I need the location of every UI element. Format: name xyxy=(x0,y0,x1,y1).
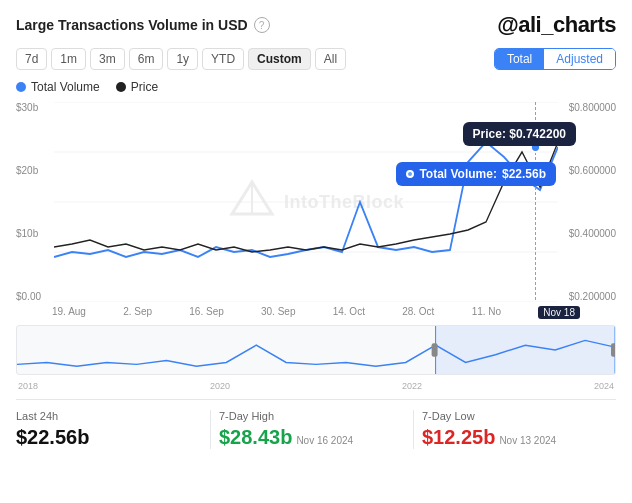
info-icon[interactable]: ? xyxy=(254,17,270,33)
time-btn-1y[interactable]: 1y xyxy=(167,48,198,70)
year-label-2: 2022 xyxy=(402,381,422,391)
time-btn-custom[interactable]: Custom xyxy=(248,48,311,70)
stat-7day-high: 7-Day High $28.43b Nov 16 2024 xyxy=(211,410,414,449)
year-label-1: 2020 xyxy=(210,381,230,391)
svg-rect-15 xyxy=(611,343,615,356)
x-label-2: 16. Sep xyxy=(189,306,223,319)
stat-label-2: 7-Day Low xyxy=(422,410,608,422)
time-controls: 7d 1m 3m 6m 1y YTD Custom All Total Adju… xyxy=(16,48,616,70)
stat-label-1: 7-Day High xyxy=(219,410,405,422)
x-label-1: 2. Sep xyxy=(123,306,152,319)
stat-value-0: $22.56b xyxy=(16,426,89,449)
time-btn-3m[interactable]: 3m xyxy=(90,48,125,70)
time-buttons-group: 7d 1m 3m 6m 1y YTD Custom All xyxy=(16,48,346,70)
stat-value-row-0: $22.56b xyxy=(16,426,202,449)
tooltip-volume: Total Volume: $22.56b xyxy=(396,162,556,186)
time-btn-1m[interactable]: 1m xyxy=(51,48,86,70)
view-toggle: Total Adjusted xyxy=(494,48,616,70)
stat-7day-low: 7-Day Low $12.25b Nov 13 2024 xyxy=(414,410,616,449)
mini-chart-svg xyxy=(17,326,615,374)
tooltip-volume-label: Total Volume: xyxy=(419,167,497,181)
stat-value-2: $12.25b xyxy=(422,426,495,449)
year-label-0: 2018 xyxy=(18,381,38,391)
mini-year-labels: 2018 2020 2022 2024 xyxy=(16,381,616,391)
tooltip-price-value: $0.742200 xyxy=(509,127,566,141)
tooltip-price-label: Price: xyxy=(473,127,506,141)
main-container: Large Transactions Volume in USD ? @ali_… xyxy=(0,0,632,459)
tooltip-volume-value: $22.56b xyxy=(502,167,546,181)
title-area: Large Transactions Volume in USD ? xyxy=(16,17,270,33)
stat-label-0: Last 24h xyxy=(16,410,202,422)
stat-date-1: Nov 16 2024 xyxy=(296,435,353,446)
x-label-4: 14. Oct xyxy=(333,306,365,319)
stats-row: Last 24h $22.56b 7-Day High $28.43b Nov … xyxy=(16,399,616,449)
mini-chart-area[interactable] xyxy=(16,325,616,375)
legend: Total Volume Price xyxy=(16,80,616,94)
tooltip-volume-dot xyxy=(406,170,414,178)
x-axis: 19. Aug 2. Sep 16. Sep 30. Sep 14. Oct 2… xyxy=(16,306,616,319)
stat-value-row-2: $12.25b Nov 13 2024 xyxy=(422,426,608,449)
watermark-text: @ali_charts xyxy=(497,12,616,38)
year-label-3: 2024 xyxy=(594,381,614,391)
svg-rect-11 xyxy=(436,326,615,374)
x-label-3: 30. Sep xyxy=(261,306,295,319)
legend-dot-volume xyxy=(16,82,26,92)
time-btn-6m[interactable]: 6m xyxy=(129,48,164,70)
main-chart-area: IntoTheBlock $30b $20b $10b $0.00 $0.800… xyxy=(16,102,616,302)
time-btn-ytd[interactable]: YTD xyxy=(202,48,244,70)
chart-title: Large Transactions Volume in USD xyxy=(16,17,248,33)
stat-value-row-1: $28.43b Nov 16 2024 xyxy=(219,426,405,449)
x-label-7: Nov 18 xyxy=(538,306,580,319)
time-btn-7d[interactable]: 7d xyxy=(16,48,47,70)
view-toggle-total[interactable]: Total xyxy=(495,49,544,69)
stat-last24h: Last 24h $22.56b xyxy=(16,410,211,449)
x-label-0: 19. Aug xyxy=(52,306,86,319)
x-label-5: 28. Oct xyxy=(402,306,434,319)
stat-value-1: $28.43b xyxy=(219,426,292,449)
legend-label-volume: Total Volume xyxy=(31,80,100,94)
legend-total-volume: Total Volume xyxy=(16,80,100,94)
legend-price: Price xyxy=(116,80,158,94)
header-row: Large Transactions Volume in USD ? @ali_… xyxy=(16,12,616,38)
stat-date-2: Nov 13 2024 xyxy=(499,435,556,446)
time-btn-all[interactable]: All xyxy=(315,48,346,70)
legend-label-price: Price xyxy=(131,80,158,94)
legend-dot-price xyxy=(116,82,126,92)
svg-rect-14 xyxy=(432,343,438,356)
view-toggle-adjusted[interactable]: Adjusted xyxy=(544,49,615,69)
tooltip-price: Price: $0.742200 xyxy=(463,122,576,146)
x-label-6: 11. No xyxy=(472,306,501,319)
